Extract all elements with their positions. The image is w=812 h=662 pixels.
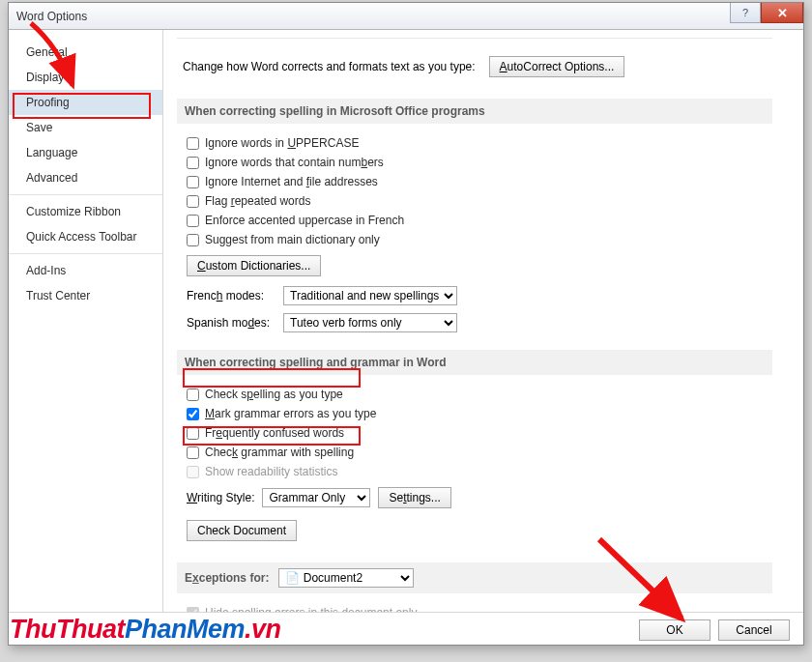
sidebar: General Display Proofing Save Language A…	[9, 30, 163, 612]
checkbox-check-grammar-spelling[interactable]	[187, 446, 199, 459]
checkbox-ignore-uppercase[interactable]	[187, 137, 199, 150]
sidebar-item-proofing[interactable]: Proofing	[9, 90, 162, 115]
titlebar: Word Options ? ✕	[9, 3, 803, 30]
sidebar-item-customize-ribbon[interactable]: Customize Ribbon	[9, 199, 162, 224]
exceptions-document-select[interactable]: 📄 Document2	[278, 568, 414, 588]
french-modes-label: French modes:	[187, 289, 276, 302]
section-heading-word: When correcting spelling and grammar in …	[177, 350, 772, 375]
section-heading-exceptions: Exceptions for: 📄 Document2	[177, 562, 772, 593]
intro-text: Change how Word corrects and formats tex…	[183, 60, 476, 73]
checkbox-ignore-internet[interactable]	[187, 176, 199, 188]
word-options-dialog: Word Options ? ✕ General Display Proofin…	[8, 2, 804, 646]
writing-style-label: Writing Style:	[187, 491, 254, 504]
check-document-button[interactable]: Check Document	[187, 520, 297, 541]
sidebar-item-save[interactable]: Save	[9, 115, 162, 140]
spanish-modes-select[interactable]: Tuteo verb forms only	[283, 313, 457, 332]
sidebar-item-display[interactable]: Display	[9, 65, 162, 90]
close-button[interactable]: ✕	[761, 3, 803, 23]
sidebar-item-language[interactable]: Language	[9, 140, 162, 165]
watermark: ThuThuatPhanMem.vn	[10, 615, 281, 645]
checkbox-check-spelling[interactable]	[187, 389, 199, 401]
scroll-area[interactable]: Change how Word corrects and formats tex…	[177, 36, 803, 612]
checkbox-ignore-numbers[interactable]	[187, 157, 199, 169]
settings-button[interactable]: Settings...	[378, 487, 450, 508]
spanish-modes-label: Spanish modes:	[187, 316, 276, 330]
french-modes-select[interactable]: Traditional and new spellings	[283, 286, 457, 305]
ok-button[interactable]: OK	[639, 619, 710, 641]
checkbox-frequently-confused[interactable]	[187, 427, 199, 440]
autocorrect-options-button[interactable]: AutoCorrect Options...	[489, 56, 625, 77]
sidebar-item-quick-access-toolbar[interactable]: Quick Access Toolbar	[9, 224, 162, 249]
sidebar-item-general[interactable]: General	[9, 40, 162, 65]
sidebar-item-advanced[interactable]: Advanced	[9, 165, 162, 190]
help-button[interactable]: ?	[730, 3, 761, 23]
writing-style-select[interactable]: Grammar Only	[262, 488, 370, 507]
checkbox-readability	[187, 466, 199, 478]
checkbox-mark-grammar[interactable]	[187, 408, 199, 420]
checkbox-main-dictionary[interactable]	[187, 234, 199, 246]
cancel-button[interactable]: Cancel	[718, 619, 790, 641]
window-title: Word Options	[16, 10, 87, 23]
checkbox-flag-repeated[interactable]	[187, 195, 199, 208]
content-pane: Change how Word corrects and formats tex…	[163, 30, 803, 612]
window-buttons: ? ✕	[730, 3, 803, 23]
checkbox-enforce-accented[interactable]	[187, 215, 199, 227]
custom-dictionaries-button[interactable]: Custom Dictionaries...	[187, 255, 321, 276]
sidebar-item-trust-center[interactable]: Trust Center	[9, 283, 162, 308]
checkbox-hide-spelling-errors	[187, 607, 199, 613]
section-heading-office: When correcting spelling in Microsoft Of…	[177, 99, 772, 124]
sidebar-item-add-ins[interactable]: Add-Ins	[9, 258, 162, 283]
